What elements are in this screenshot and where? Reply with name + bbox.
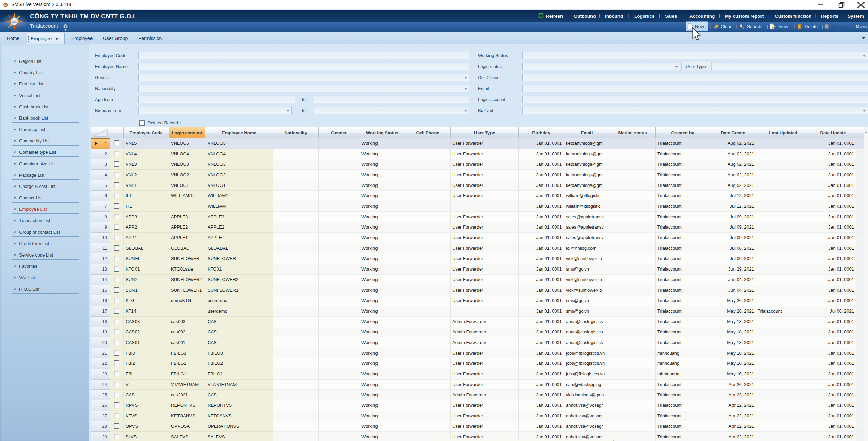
- svg-text:LIVE: LIVE: [12, 20, 17, 23]
